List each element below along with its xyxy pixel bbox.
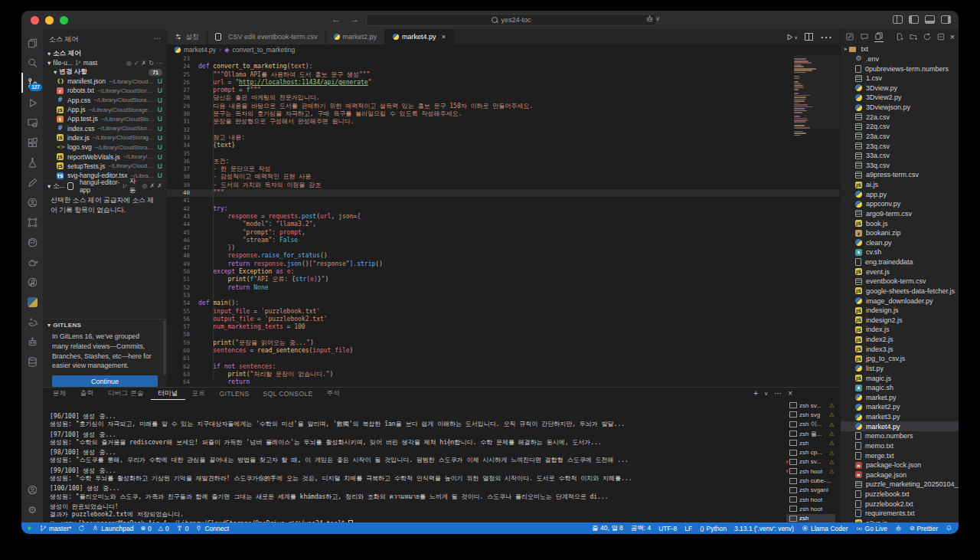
new-terminal-icon[interactable]: + [753, 389, 758, 398]
notifications[interactable] [946, 525, 952, 532]
edit-icon[interactable] [21, 172, 43, 192]
code-line[interactable]: 25 """Ollama API를 사용하여 도서 홍보 문구 생성""" [167, 71, 840, 79]
ports-count[interactable]: 0 [176, 525, 189, 532]
close-tab-icon[interactable]: × [442, 33, 446, 41]
edge-icon[interactable] [21, 232, 43, 252]
tab-설정[interactable]: 설정 [167, 29, 207, 44]
nav-back-icon[interactable]: ← [332, 14, 341, 25]
explorer-file-row[interactable]: image_downloader.py [841, 296, 959, 306]
code-line[interactable]: 64 return [167, 378, 840, 386]
tab-market2.py[interactable]: market2.py [326, 29, 386, 44]
terminal-session-item[interactable]: ›zsh hoot [786, 495, 835, 504]
explorer-file-row[interactable]: puzzlebook2.txt [841, 499, 959, 509]
code-line[interactable]: 52 return None [167, 284, 840, 292]
ai-robot[interactable] [895, 525, 902, 532]
warnings-count[interactable]: △0 [158, 525, 169, 532]
tab-market4.py[interactable]: market4.py× [385, 29, 454, 44]
zoom-window-icon[interactable] [60, 16, 68, 25]
tab-CSV edit eventbook-term.csv[interactable]: CSV edit eventbook-term.csv [207, 29, 326, 44]
code-line[interactable]: 32 [167, 126, 840, 134]
panel-tab-주석[interactable]: 주석 [320, 388, 348, 400]
code-line[interactable]: 42 try: [167, 205, 840, 213]
panel-tab-출력[interactable]: 출력 [74, 388, 101, 400]
code-line[interactable]: 29 다음 내용을 바탕으로 도서를 판매하기 위한 매력적이고 설득력 있는 … [167, 103, 840, 110]
code-line[interactable]: 40 """ [167, 189, 840, 197]
code-line[interactable]: 48 response.raise_for_status() [167, 252, 840, 260]
code-line[interactable]: 47 }) [167, 244, 840, 252]
indentation[interactable]: 공백: 4 [631, 524, 651, 533]
scm-file-row[interactable]: JSindex.js~/Library/CloudStorage/O...U [43, 133, 167, 142]
more-actions-icon[interactable]: ⋯ [820, 30, 832, 44]
code-line[interactable]: 31 문장을 완성형으로 구성해서 완성해주면 됩니다. [167, 118, 840, 126]
code-line[interactable]: 34 {text} [167, 142, 840, 149]
connect-item[interactable]: Connect [195, 525, 229, 532]
database-icon[interactable] [21, 352, 43, 372]
go-live[interactable]: Go Live [856, 525, 887, 532]
teapot-icon[interactable] [21, 252, 43, 272]
eol[interactable]: LF [684, 525, 692, 532]
command-center-search[interactable]: yes24-toc [366, 14, 657, 26]
explorer-file-row[interactable]: merge.txt [841, 450, 959, 460]
explorer-file-row[interactable]: JSai.js [841, 180, 959, 190]
explorer-file-row[interactable]: JSevent.js [841, 267, 959, 277]
eye-icon[interactable]: ◎ [126, 60, 132, 67]
cursor-position[interactable]: 줄 40, 열 8 [592, 524, 623, 533]
explorer-file-row[interactable]: puzzlebook.txt [841, 490, 959, 499]
code-line[interactable]: 60 sentences = read_sentences(input_file… [167, 347, 840, 355]
close-window-icon[interactable] [31, 16, 39, 25]
code-line[interactable]: 41 [167, 197, 840, 205]
explorer-file-row[interactable]: argo9-term.csv [841, 209, 959, 219]
explorer-file-row[interactable]: JSindex3.js [841, 344, 959, 354]
panel-tab-터미널[interactable]: 터미널 [151, 388, 185, 400]
close-panel-icon[interactable]: × [788, 389, 792, 398]
code-line[interactable]: 33 참고 내용: [167, 134, 840, 142]
explorer-file-row[interactable]: market.py [841, 393, 959, 403]
code-line[interactable]: 51 print(f"API 오류: {str(e)}") [167, 276, 840, 283]
explorer-file-row[interactable]: market2.py [841, 402, 959, 412]
scm-file-row[interactable]: rrobots.txt~/Library/CloudStorage...U [43, 86, 167, 95]
sidebar-scrollbar[interactable] [163, 320, 166, 375]
check-icon[interactable]: ✓ [134, 60, 139, 67]
scm-file-row[interactable]: JSreportWebVitals.js~/Library/Clo...U [43, 152, 167, 161]
code-line[interactable]: 54def main(): [167, 300, 840, 307]
panel-tab-문제[interactable]: 문제 [46, 388, 74, 400]
explorer-file-row[interactable]: eventbook-term.csv [841, 277, 959, 287]
code-line[interactable]: 23 [167, 55, 840, 63]
launchpad-item[interactable]: Launchpad [92, 525, 133, 532]
scm-file-row[interactable]: JSApp.js~/Library/CloudStorage/On...U [43, 105, 167, 114]
explorer-file-row[interactable]: puzzle_marketing_20250104_231... [841, 480, 959, 490]
explorer-file-row[interactable]: $cv.sh [841, 247, 959, 257]
gitlens-continue-button[interactable]: Continue [52, 375, 158, 387]
explorer-file-row[interactable]: clean.py [841, 238, 959, 248]
terminal-session-item[interactable]: ›zsh svgani [786, 486, 835, 495]
code-line[interactable]: 27 prompt = f""" [167, 87, 840, 94]
encoding[interactable]: UTF-8 [658, 525, 677, 532]
explorer-file-row[interactable]: 22a.csv [841, 112, 959, 122]
terminal-session-item[interactable]: ›zsh sv...△ [786, 401, 835, 410]
explorer-file-row[interactable]: 23q.csv [841, 141, 959, 151]
scm-repo2-row[interactable]: ▾ 소... hangul-editor-app 자동 ◎ ✗ ✗ [43, 180, 167, 191]
explorer-file-row[interactable]: ▸txt [841, 44, 959, 54]
extensions-icon[interactable] [21, 133, 43, 152]
code-line[interactable]: 53 [167, 292, 840, 300]
explorer-file-row[interactable]: a9press-term.csv [841, 170, 959, 180]
scm-repo-row[interactable]: ▾ file-u... mast ◎ ✓ ✗ ↻ ⋯ [43, 58, 167, 67]
code-line[interactable]: 56 output_file = 'puzzlebook2.txt' [167, 316, 840, 323]
refresh-icon[interactable] [923, 32, 932, 41]
explorer-file-row[interactable]: memo.numbers [841, 431, 959, 441]
code-editor[interactable]: 2324def convert_to_marketing(text):25 ""… [167, 55, 840, 387]
explorer-file-row[interactable]: JSmagic.js [841, 373, 959, 383]
explorer-file-row[interactable]: JSindex.js [841, 325, 959, 335]
toggle-panel-icon[interactable] [925, 15, 935, 24]
lamp-icon[interactable] [21, 312, 43, 332]
scm-file-row[interactable]: #index.css~/Library/CloudStorage...U [43, 123, 167, 133]
sync-icon[interactable] [78, 525, 85, 532]
refresh-icon[interactable]: ↻ [149, 60, 154, 67]
scm-file-row[interactable]: {}manifest.json~/Library/CloudSto...U [43, 77, 167, 86]
close-icon[interactable]: × [950, 32, 955, 41]
more-actions-icon[interactable]: ⋯ [774, 389, 782, 398]
code-line[interactable]: 62 if not sentences: [167, 363, 840, 371]
branch-item[interactable]: master* [40, 525, 71, 532]
remote-indicator[interactable] [26, 525, 33, 532]
run-debug-icon[interactable] [21, 93, 43, 113]
